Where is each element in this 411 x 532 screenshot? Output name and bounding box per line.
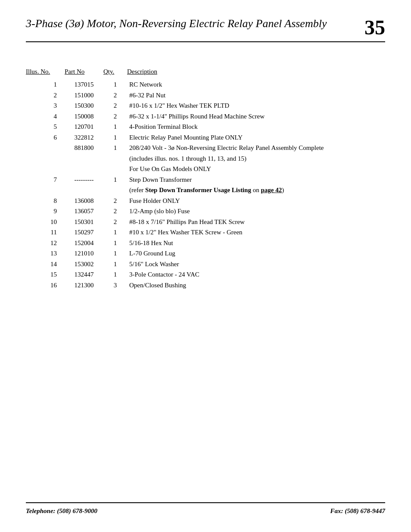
illus-no: 7 xyxy=(26,175,65,185)
description: 4-Position Terminal Block xyxy=(127,122,385,132)
table-row: 4 150008 2 #6-32 x 1-1/4" Phillips Round… xyxy=(26,112,385,121)
illus-no: 8 xyxy=(26,196,65,206)
col-qty-header: Qty. xyxy=(103,68,127,75)
part-no: 151000 xyxy=(65,90,103,100)
description: #10 x 1/2" Hex Washer TEK Screw - Green xyxy=(127,227,385,237)
description: #10-16 x 1/2" Hex Washer TEK PLTD xyxy=(127,101,385,111)
description: 1/2-Amp (slo blo) Fuse xyxy=(127,206,385,216)
table-row: 16 121300 3 Open/Closed Bushing xyxy=(26,280,385,290)
description: Step Down Transformer xyxy=(127,175,385,185)
illus-no: 14 xyxy=(26,259,65,269)
description: Open/Closed Bushing xyxy=(127,280,385,290)
qty: 2 xyxy=(103,217,127,227)
description: 3-Pole Contactor - 24 VAC xyxy=(127,270,385,280)
description-continuation: (includes illus. nos. 1 through 11, 13, … xyxy=(127,154,385,164)
illus-no: 4 xyxy=(26,112,65,121)
qty: 3 xyxy=(103,280,127,290)
illus-no: 16 xyxy=(26,280,65,290)
table-row: 881800 1 208/240 Volt - 3ø Non-Reversing… xyxy=(26,143,385,153)
col-part-header: Part No xyxy=(65,68,103,75)
part-no: 121300 xyxy=(65,280,103,290)
part-no: 132447 xyxy=(65,270,103,280)
continuation-row: (refer Step Down Transformer Usage Listi… xyxy=(26,185,385,195)
part-no: 881800 xyxy=(65,143,103,153)
illus-no: 10 xyxy=(26,217,65,227)
footer-fax: Fax: (508) 678-9447 xyxy=(330,507,386,515)
qty: 1 xyxy=(103,270,127,280)
continuation-row: (includes illus. nos. 1 through 11, 13, … xyxy=(26,154,385,164)
part-no: 150008 xyxy=(65,112,103,121)
table-row: 15 132447 1 3-Pole Contactor - 24 VAC xyxy=(26,270,385,280)
table-row: 5 120701 1 4-Position Terminal Block xyxy=(26,122,385,132)
qty: 2 xyxy=(103,112,127,121)
col-illus-header: Illus. No. xyxy=(26,68,65,75)
qty: 1 xyxy=(103,80,127,90)
page-footer: Telephone: (508) 678-9000 Fax: (508) 678… xyxy=(26,502,385,515)
illus-no: 13 xyxy=(26,249,65,258)
illus-no: 1 xyxy=(26,80,65,90)
description: #6-32 Pal Nut xyxy=(127,90,385,100)
table-row: 14 153002 1 5/16" Lock Washer xyxy=(26,259,385,269)
footer-telephone: Telephone: (508) 678-9000 xyxy=(26,507,97,515)
qty: 1 xyxy=(103,143,127,153)
illus-no: 9 xyxy=(26,206,65,216)
page-number: 35 xyxy=(364,17,385,38)
table-row: 1 137015 1 RC Network xyxy=(26,80,385,90)
description: Electric Relay Panel Mounting Plate ONLY xyxy=(127,133,385,143)
col-desc-header: Description xyxy=(127,68,385,75)
qty: 1 xyxy=(103,259,127,269)
table-row: 9 136057 2 1/2-Amp (slo blo) Fuse xyxy=(26,206,385,216)
description: 5/16" Lock Washer xyxy=(127,259,385,269)
table-row: 8 136008 2 Fuse Holder ONLY xyxy=(26,196,385,206)
continuation-row: For Use On Gas Models ONLY xyxy=(26,164,385,174)
table-row: 6 322812 1 Electric Relay Panel Mounting… xyxy=(26,133,385,143)
illus-no: 11 xyxy=(26,227,65,237)
table-row: 11 150297 1 #10 x 1/2" Hex Washer TEK Sc… xyxy=(26,227,385,237)
part-no: 150301 xyxy=(65,217,103,227)
table-row: 2 151000 2 #6-32 Pal Nut xyxy=(26,90,385,100)
page-header: 3-Phase (3ø) Motor, Non-Reversing Electr… xyxy=(26,17,385,42)
description-continuation: For Use On Gas Models ONLY xyxy=(127,164,385,174)
illus-no: 15 xyxy=(26,270,65,280)
part-no: 120701 xyxy=(65,122,103,132)
part-no: 137015 xyxy=(65,80,103,90)
qty: 1 xyxy=(103,227,127,237)
part-no: 152004 xyxy=(65,238,103,248)
description: Fuse Holder ONLY xyxy=(127,196,385,206)
part-no: 136008 xyxy=(65,196,103,206)
qty: 1 xyxy=(103,122,127,132)
description: 208/240 Volt - 3ø Non-Reversing Electric… xyxy=(127,143,385,153)
table-row: 10 150301 2 #8-18 x 7/16" Phillips Pan H… xyxy=(26,217,385,227)
parts-table: Illus. No. Part No Qty. Description 1 13… xyxy=(26,68,385,290)
description: #6-32 x 1-1/4" Phillips Round Head Machi… xyxy=(127,112,385,121)
qty: 2 xyxy=(103,90,127,100)
part-no: 153002 xyxy=(65,259,103,269)
description: 5/16-18 Hex Nut xyxy=(127,238,385,248)
qty: 1 xyxy=(103,249,127,258)
table-row: 7 --------- 1 Step Down Transformer xyxy=(26,175,385,185)
qty: 1 xyxy=(103,175,127,185)
description-continuation: (refer Step Down Transformer Usage Listi… xyxy=(127,185,385,195)
illus-no: 5 xyxy=(26,122,65,132)
part-no: 121010 xyxy=(65,249,103,258)
part-no: 136057 xyxy=(65,206,103,216)
description: L-70 Ground Lug xyxy=(127,249,385,258)
page: 3-Phase (3ø) Motor, Non-Reversing Electr… xyxy=(0,0,411,532)
page-title: 3-Phase (3ø) Motor, Non-Reversing Electr… xyxy=(26,17,327,30)
part-no: 150300 xyxy=(65,101,103,111)
qty: 2 xyxy=(103,206,127,216)
part-no: 150297 xyxy=(65,227,103,237)
qty: 2 xyxy=(103,196,127,206)
part-no: --------- xyxy=(65,175,103,185)
qty: 2 xyxy=(103,101,127,111)
illus-no: 6 xyxy=(26,133,65,143)
illus-no xyxy=(26,143,65,153)
table-row: 3 150300 2 #10-16 x 1/2" Hex Washer TEK … xyxy=(26,101,385,111)
illus-no: 3 xyxy=(26,101,65,111)
table-header-row: Illus. No. Part No Qty. Description xyxy=(26,68,385,75)
description: #8-18 x 7/16" Phillips Pan Head TEK Scre… xyxy=(127,217,385,227)
part-no: 322812 xyxy=(65,133,103,143)
illus-no: 12 xyxy=(26,238,65,248)
table-row: 12 152004 1 5/16-18 Hex Nut xyxy=(26,238,385,248)
description: RC Network xyxy=(127,80,385,90)
